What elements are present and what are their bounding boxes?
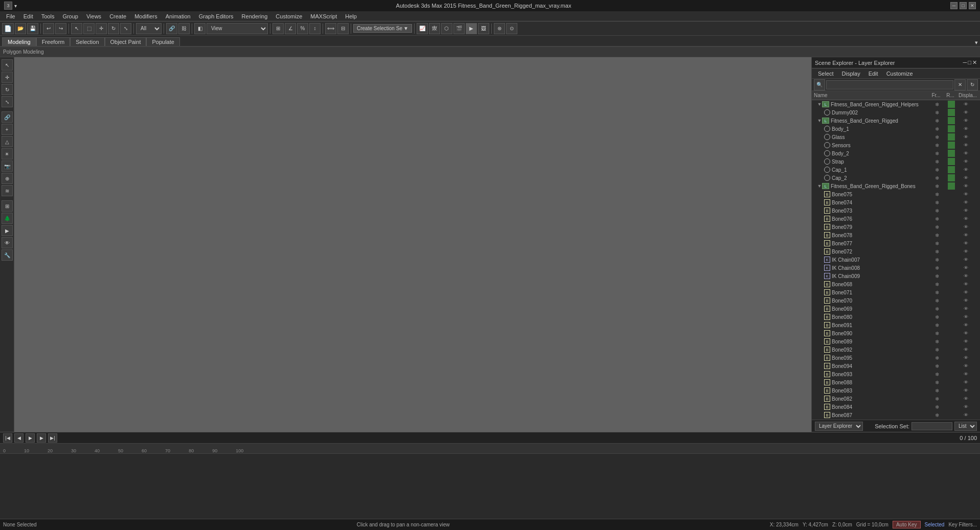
lt-motion[interactable]: ▶ [2,225,13,236]
tree-bone075[interactable]: B Bone075 ❄ 👁 [812,190,980,198]
tree-bone084[interactable]: B Bone084 ❄ 👁 [812,403,980,411]
tree-bone080[interactable]: B Bone080 ❄ 👁 [812,313,980,321]
lt-move[interactable]: ✛ [2,72,13,83]
menu-maxscript[interactable]: MAXScript [306,12,341,20]
helpers-render-cell[interactable]: 👁 [959,101,973,108]
lt-display[interactable]: 👁 [2,237,13,248]
menu-graph-editors[interactable]: Graph Editors [195,12,238,20]
unlink-btn[interactable]: ⛓ [178,23,190,34]
menu-create[interactable]: Create [105,12,130,20]
key-filters-btn[interactable]: Key Filters... [948,522,977,527]
tc-prev-key[interactable]: |◀ [3,433,12,443]
tree-bone068[interactable]: B Bone068 ❄ 👁 [812,280,980,288]
tree-body1[interactable]: Body_1 ❄ 👁 [812,125,980,133]
tree-layer-helpers[interactable]: ▼ L Fitness_Band_Green_Rigged_Helpers ❄ … [812,100,980,108]
tab-populate[interactable]: Populate [146,37,179,46]
schematic-btn[interactable]: 🕸 [429,23,440,34]
menu-file[interactable]: File [2,12,19,20]
auto-key-btn[interactable]: Auto Key [893,521,921,528]
menu-help[interactable]: Help [341,12,361,20]
se-tree[interactable]: ▼ L Fitness_Band_Green_Rigged_Helpers ❄ … [812,100,980,420]
selection-set-field[interactable] [911,422,952,430]
extra-btn2[interactable]: ⊙ [506,23,517,34]
menu-customize[interactable]: Customize [271,12,306,20]
tree-strap[interactable]: Strap ❄ 👁 [812,157,980,166]
se-maximize[interactable]: □ [968,59,971,66]
helpers-vis-cell[interactable] [944,101,959,108]
se-menu-edit[interactable]: Edit [864,70,882,78]
new-btn[interactable]: 📄 [2,23,14,34]
render-btn[interactable]: ▶ [466,23,477,34]
angle-snap[interactable]: ∠ [285,23,296,34]
menu-group[interactable]: Group [58,12,82,20]
se-tb-clear[interactable]: ✕ [954,79,966,90]
select-btn[interactable]: ↖ [71,23,82,34]
lt-camera[interactable]: 📷 [2,160,13,172]
tree-bone095[interactable]: B Bone095 ❄ 👁 [812,354,980,362]
tree-expand-bones[interactable]: ▼ [817,183,822,189]
tc-next-key[interactable]: ▶| [48,433,57,443]
tree-bone087[interactable]: B Bone087 ❄ 👁 [812,411,980,419]
tree-ik-chain008[interactable]: K IK Chain008 ❄ 👁 [812,264,980,272]
tc-prev-frame[interactable]: ◀ [14,433,24,443]
tree-bone091[interactable]: B Bone091 ❄ 👁 [812,321,980,329]
tab-options-btn[interactable]: ▾ [975,39,978,46]
tree-bone092[interactable]: B Bone092 ❄ 👁 [812,345,980,354]
se-minimize[interactable]: ─ [963,59,967,66]
tree-bone079[interactable]: B Bone079 ❄ 👁 [812,223,980,231]
tree-bone094[interactable]: B Bone094 ❄ 👁 [812,362,980,370]
menu-edit[interactable]: Edit [19,12,37,20]
tree-ik-chain007[interactable]: K IK Chain007 ❄ 👁 [812,256,980,264]
tc-next-frame[interactable]: ▶ [37,433,46,443]
tree-bone078[interactable]: B Bone078 ❄ 👁 [812,231,980,239]
lt-select[interactable]: ↖ [2,59,13,71]
tree-bone090[interactable]: B Bone090 ❄ 👁 [812,329,980,337]
save-btn[interactable]: 💾 [27,23,38,34]
layer-explorer-dropdown[interactable]: Layer Explorer [815,422,863,431]
tree-bone076[interactable]: B Bone076 ❄ 👁 [812,215,980,223]
lt-create[interactable]: + [2,124,13,135]
tree-glass[interactable]: Glass ❄ 👁 [812,133,980,141]
tree-bone082[interactable]: B Bone082 ❄ 👁 [812,395,980,403]
tree-bone088[interactable]: B Bone088 ❄ 👁 [812,378,980,386]
shaded-btn[interactable]: ◧ [194,23,206,34]
lt-rotate[interactable]: ↻ [2,84,13,95]
menu-modifiers[interactable]: Modifiers [130,12,162,20]
se-search-input[interactable] [826,80,953,89]
close-btn[interactable]: ✕ [969,2,976,9]
tree-bone074[interactable]: B Bone074 ❄ 👁 [812,198,980,206]
tree-layer-rigged[interactable]: ▼ L Fitness_Band_Green_Rigged ❄ 👁 [812,117,980,125]
se-menu-select[interactable]: Select [814,70,838,78]
se-tb-refresh[interactable]: ↻ [967,79,978,90]
render-setup-btn[interactable]: 🎬 [453,23,465,34]
lt-utilities[interactable]: 🔧 [2,249,13,261]
menu-animation[interactable]: Animation [162,12,195,20]
curve-editor-btn[interactable]: 📈 [417,23,428,34]
tab-object-paint[interactable]: Object Paint [105,37,147,46]
tc-play[interactable]: ▶ [26,433,35,443]
tab-modeling[interactable]: Modeling [2,37,36,46]
maximize-btn[interactable]: □ [960,2,967,9]
lt-lights[interactable]: ☀ [2,148,13,159]
select-filter-dropdown[interactable]: All [136,23,162,34]
list-dropdown[interactable]: List [954,422,977,431]
se-close[interactable]: ✕ [972,59,977,66]
tab-freeform[interactable]: Freeform [36,37,71,46]
view-dropdown[interactable]: View [207,23,268,34]
render-frame-btn[interactable]: 🖼 [478,23,489,34]
tree-dummy002[interactable]: Dummy002 ❄ 👁 [812,108,980,117]
percent-snap[interactable]: % [297,23,308,34]
tab-selection[interactable]: Selection [70,37,104,46]
tree-bone070[interactable]: B Bone070 ❄ 👁 [812,296,980,305]
material-editor-btn[interactable]: ⬡ [441,23,452,34]
timeline-tracks[interactable] [0,454,980,519]
menu-views[interactable]: Views [82,12,105,20]
redo-btn[interactable]: ↪ [55,23,66,34]
lt-link[interactable]: 🔗 [2,111,13,123]
create-selection-btn[interactable]: Create Selection Se ▼ [353,24,412,33]
lt-modifier[interactable]: ⊞ [2,200,13,212]
tree-bone083[interactable]: B Bone083 ❄ 👁 [812,386,980,395]
snap-toggle[interactable]: ⊞ [272,23,284,34]
extra-btn1[interactable]: ⊛ [494,23,505,34]
move-btn[interactable]: ✛ [96,23,107,34]
